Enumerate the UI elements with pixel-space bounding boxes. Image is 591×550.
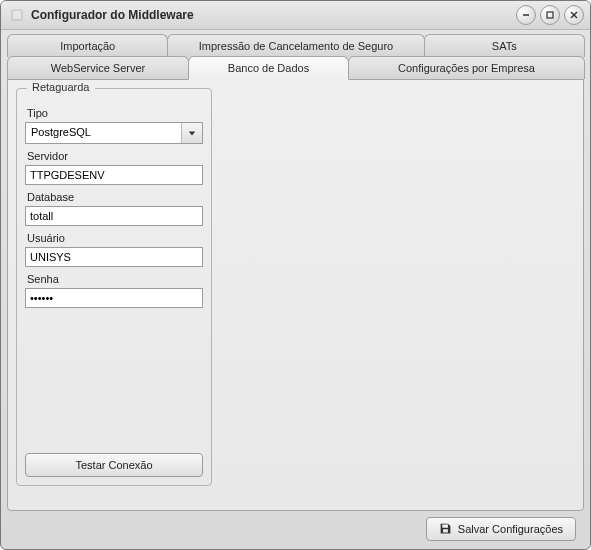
tab-importacao[interactable]: Importação — [7, 34, 168, 57]
input-database[interactable] — [25, 206, 203, 226]
window-title: Configurador do Middleware — [31, 8, 516, 22]
combo-tipo[interactable]: PostgreSQL — [25, 122, 203, 144]
window-controls — [516, 5, 584, 25]
label-senha: Senha — [27, 273, 201, 285]
chevron-down-icon[interactable] — [181, 123, 202, 143]
label-servidor: Servidor — [27, 150, 201, 162]
tab-banco-de-dados[interactable]: Banco de Dados — [188, 56, 349, 80]
button-label: Salvar Configurações — [458, 523, 563, 535]
label-usuario: Usuário — [27, 232, 201, 244]
close-button[interactable] — [564, 5, 584, 25]
group-spacer — [25, 308, 203, 453]
tab-label: WebService Server — [51, 62, 146, 74]
tab-impressao-cancelamento[interactable]: Impressão de Cancelamento de Seguro — [167, 34, 424, 57]
svg-rect-7 — [445, 524, 447, 526]
input-senha[interactable] — [25, 288, 203, 308]
group-retaguarda: Retaguarda Tipo PostgreSQL Servidor Data… — [16, 88, 212, 486]
svg-rect-3 — [547, 12, 553, 18]
svg-marker-6 — [189, 131, 195, 135]
button-label: Testar Conexão — [75, 459, 152, 471]
footer: Salvar Configurações — [7, 511, 584, 543]
label-tipo: Tipo — [27, 107, 201, 119]
svg-rect-1 — [13, 11, 21, 19]
titlebar: Configurador do Middleware — [1, 1, 590, 30]
app-icon — [9, 7, 25, 23]
tab-row-1: Importação Impressão de Cancelamento de … — [7, 34, 584, 57]
tab-label: Banco de Dados — [228, 62, 309, 74]
maximize-button[interactable] — [540, 5, 560, 25]
minimize-button[interactable] — [516, 5, 536, 25]
group-title: Retaguarda — [27, 81, 95, 93]
client-area: Importação Impressão de Cancelamento de … — [1, 30, 590, 549]
tab-config-empresa[interactable]: Configurações por Empresa — [348, 56, 585, 79]
save-config-button[interactable]: Salvar Configurações — [426, 517, 576, 541]
tab-label: Importação — [60, 40, 115, 52]
app-window: Configurador do Middleware Importação Im… — [0, 0, 591, 550]
tab-sats[interactable]: SATs — [424, 34, 585, 57]
label-database: Database — [27, 191, 201, 203]
tab-label: Configurações por Empresa — [398, 62, 535, 74]
tab-panel: Retaguarda Tipo PostgreSQL Servidor Data… — [7, 79, 584, 511]
combo-tipo-value: PostgreSQL — [26, 123, 181, 143]
tab-label: SATs — [492, 40, 517, 52]
input-usuario[interactable] — [25, 247, 203, 267]
save-icon — [439, 522, 452, 537]
tab-webservice-server[interactable]: WebService Server — [7, 56, 189, 79]
test-connection-button[interactable]: Testar Conexão — [25, 453, 203, 477]
input-servidor[interactable] — [25, 165, 203, 185]
tab-label: Impressão de Cancelamento de Seguro — [199, 40, 393, 52]
tab-row-2: WebService Server Banco de Dados Configu… — [7, 56, 584, 80]
